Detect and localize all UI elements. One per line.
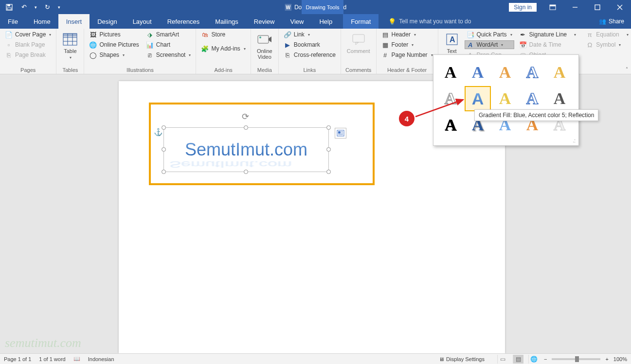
group-pages: 📄Cover Page▾ ▫Blank Page ⎘Page Break Pag… xyxy=(0,29,56,74)
wordart-button[interactable]: AWordArt▾ xyxy=(465,40,514,49)
cross-reference-button[interactable]: ⎘Cross-reference xyxy=(282,51,338,59)
store-button[interactable]: 🛍Store xyxy=(199,30,247,39)
view-read-mode[interactable]: ▭ xyxy=(497,355,508,364)
signature-line-button[interactable]: ✒Signature Line ▾ xyxy=(517,30,578,39)
cover-page-icon: 📄 xyxy=(5,31,13,38)
contextual-tab-drawing-tools: Drawing Tools xyxy=(302,0,343,14)
wordart-reflection: SemutImut.com xyxy=(169,159,292,170)
wordart-style-10[interactable]: A xyxy=(546,86,573,111)
status-word-count[interactable]: 1 of 1 word xyxy=(39,356,65,362)
layout-options-button[interactable] xyxy=(335,128,346,139)
symbol-button[interactable]: ΩSymbol▾ xyxy=(584,40,631,49)
undo-button[interactable]: ↶ xyxy=(18,1,30,13)
group-tables: Table▾ Tables xyxy=(56,29,84,74)
group-label-media: Media xyxy=(254,66,275,73)
zoom-slider[interactable] xyxy=(552,358,600,360)
display-settings-button[interactable]: 🖥Display Settings xyxy=(439,356,485,362)
footer-icon: ▦ xyxy=(381,41,389,49)
svg-rect-2 xyxy=(7,8,11,10)
group-header-footer: ▤Header▾ ▦Footer▾ #Page Number▾ Header &… xyxy=(377,29,438,74)
online-pictures-button[interactable]: 🌐Online Pictures xyxy=(87,40,141,49)
proofing-icon: 📖 xyxy=(73,356,80,362)
tab-view[interactable]: View xyxy=(282,14,311,29)
wordart-style-3[interactable]: A xyxy=(492,60,518,85)
view-web-layout[interactable]: 🌐 xyxy=(528,355,539,364)
tab-layout[interactable]: Layout xyxy=(125,14,160,29)
chart-button[interactable]: 📊Chart xyxy=(144,40,193,49)
comment-button[interactable]: Comment xyxy=(344,30,373,66)
collapse-ribbon-button[interactable]: ˄ xyxy=(626,67,628,72)
equation-button[interactable]: πEquation ▾ xyxy=(584,30,631,39)
close-button[interactable] xyxy=(609,0,631,14)
svg-marker-21 xyxy=(356,42,359,45)
quick-parts-button[interactable]: 📑Quick Parts▾ xyxy=(465,30,514,39)
tab-insert[interactable]: Insert xyxy=(58,14,90,29)
online-video-button[interactable]: Online Video xyxy=(254,30,275,66)
minimize-button[interactable] xyxy=(564,0,586,14)
signature-icon: ✒ xyxy=(519,31,527,38)
wordart-style-4[interactable]: A xyxy=(519,60,545,85)
tab-file[interactable]: File xyxy=(0,14,26,29)
smartart-icon: ⬗ xyxy=(146,31,154,38)
tell-me-search[interactable]: 💡 Tell me what you want to do xyxy=(388,14,471,29)
tab-review[interactable]: Review xyxy=(246,14,283,29)
status-proofing[interactable]: 📖 xyxy=(73,356,80,362)
zoom-level[interactable]: 100% xyxy=(613,356,627,362)
date-time-button[interactable]: 📅Date & Time xyxy=(517,40,578,49)
qat-customize[interactable]: ▾ xyxy=(55,1,62,13)
tab-help[interactable]: Help xyxy=(311,14,340,29)
addins-icon: 🧩 xyxy=(201,45,209,52)
comment-icon xyxy=(351,32,366,47)
screenshot-button[interactable]: ⎚Screenshot▾ xyxy=(144,51,193,59)
link-icon: 🔗 xyxy=(284,31,291,38)
page-number-button[interactable]: #Page Number▾ xyxy=(379,51,435,59)
page-break-button[interactable]: ⎘Page Break xyxy=(3,51,53,59)
maximize-button[interactable] xyxy=(586,0,609,14)
ribbon-display-options[interactable] xyxy=(541,0,564,14)
wordart-style-9[interactable]: A xyxy=(519,86,545,111)
footer-button[interactable]: ▦Footer▾ xyxy=(379,40,435,49)
gallery-resize-icon[interactable]: .: xyxy=(573,138,576,143)
wordart-style-5[interactable]: A xyxy=(546,60,573,85)
table-button[interactable]: Table▾ xyxy=(59,30,81,66)
my-addins-button[interactable]: 🧩My Add-ins▾ xyxy=(199,44,247,53)
tab-format[interactable]: Format xyxy=(343,14,379,29)
tab-design[interactable]: Design xyxy=(90,14,125,29)
view-print-layout[interactable]: ▤ xyxy=(513,355,523,364)
svg-text:W: W xyxy=(286,5,290,10)
tab-home[interactable]: Home xyxy=(26,14,58,29)
sign-in-button[interactable]: Sign in xyxy=(509,3,537,12)
tab-references[interactable]: References xyxy=(160,14,207,29)
quick-access-toolbar: ↶ ▾ ↻ ▾ xyxy=(0,1,62,13)
blank-page-button[interactable]: ▫Blank Page xyxy=(3,40,53,49)
tab-mailings[interactable]: Mailings xyxy=(207,14,246,29)
redo-button[interactable]: ↻ xyxy=(41,1,54,13)
wordart-style-2[interactable]: A xyxy=(465,60,491,85)
smartart-button[interactable]: ⬗SmartArt xyxy=(144,30,193,39)
zoom-out-button[interactable]: − xyxy=(544,356,547,362)
svg-rect-20 xyxy=(353,35,364,42)
pictures-button[interactable]: 🖼Pictures xyxy=(87,30,141,39)
wordart-text[interactable]: SemutImut.com xyxy=(185,139,307,160)
undo-dropdown[interactable]: ▾ xyxy=(32,1,39,13)
datetime-icon: 📅 xyxy=(519,41,527,49)
callout-badge: 4 xyxy=(399,111,415,126)
rotate-handle[interactable]: ⟳ xyxy=(242,111,249,122)
group-label-pages: Pages xyxy=(3,66,53,73)
header-button[interactable]: ▤Header▾ xyxy=(379,30,435,39)
wordart-style-8[interactable]: A xyxy=(492,86,518,111)
wordart-style-1[interactable]: A xyxy=(437,60,464,85)
link-button[interactable]: 🔗Link▾ xyxy=(282,30,338,39)
cover-page-button[interactable]: 📄Cover Page▾ xyxy=(3,30,53,39)
textbox-icon: A xyxy=(444,32,460,47)
page-break-icon: ⎘ xyxy=(5,51,13,59)
zoom-in-button[interactable]: + xyxy=(605,356,608,362)
shapes-button[interactable]: ◯Shapes▾ xyxy=(87,51,141,59)
status-language[interactable]: Indonesian xyxy=(88,356,114,362)
bookmark-button[interactable]: ▶Bookmark xyxy=(282,40,338,49)
share-button[interactable]: 👥 Share xyxy=(592,14,631,29)
save-button[interactable] xyxy=(3,1,16,13)
status-page[interactable]: Page 1 of 1 xyxy=(4,356,31,362)
header-icon: ▤ xyxy=(381,31,389,38)
svg-line-25 xyxy=(415,100,463,117)
